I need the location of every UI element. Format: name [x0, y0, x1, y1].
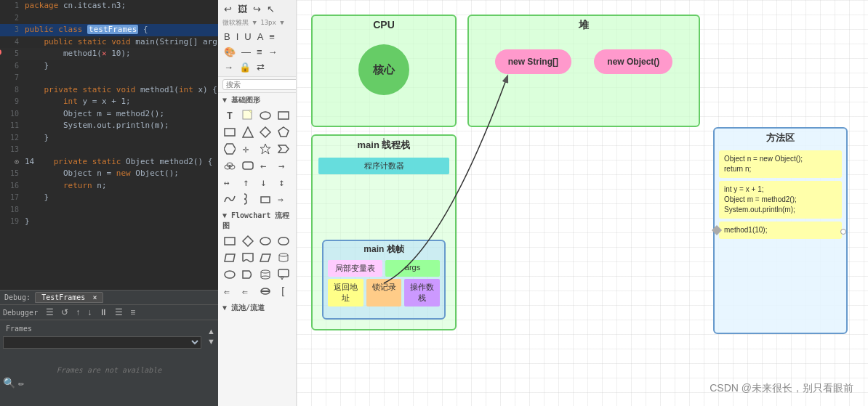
shape-curly[interactable] — [241, 192, 255, 206]
code-line-7: 7 — [0, 72, 218, 84]
svg-marker-5 — [243, 127, 253, 137]
shape-rect[interactable] — [276, 108, 291, 123]
shape-arrow-r2[interactable]: → — [276, 158, 291, 173]
debug-btn-4[interactable]: ↓ — [85, 306, 94, 318]
toolbar-bold[interactable]: B — [222, 31, 232, 43]
heap-label: 堆 — [469, 16, 699, 35]
toolbar-lock[interactable]: 🔒 — [238, 61, 252, 73]
side-icon-1[interactable]: 🔍 — [3, 377, 15, 389]
flowchart-grid: ⇐ ⇐ [ — [218, 232, 296, 301]
debug-tab-testframes[interactable]: TestFrames × — [35, 292, 103, 303]
cpu-core: 核心 — [358, 44, 409, 95]
debug-btn-5[interactable]: ⏸ — [97, 306, 110, 318]
fc-rect[interactable] — [222, 234, 237, 248]
fc-arrow2[interactable]: ⇐ — [222, 284, 237, 299]
toolbar-connector[interactable]: ≡ — [255, 46, 264, 58]
toolbar-undo[interactable]: ↩ — [222, 3, 233, 15]
shape-curved[interactable] — [222, 192, 237, 206]
cpu-box: CPU 核心 — [311, 15, 457, 127]
shape-triangle[interactable] — [241, 125, 255, 139]
fc-minus[interactable] — [258, 284, 273, 299]
frames-up-btn[interactable]: ▲ — [207, 327, 215, 336]
shape-arrow-ud[interactable]: ↕ — [276, 175, 291, 190]
fc-callout[interactable] — [276, 267, 291, 282]
fc-bracket[interactable]: [ — [276, 284, 291, 299]
fc-arrow3[interactable]: ⇐ — [241, 284, 255, 299]
shape-text[interactable]: T — [222, 108, 237, 123]
toolbar-share[interactable]: ⇄ — [255, 61, 266, 73]
frames-down-btn[interactable]: ▼ — [207, 337, 215, 346]
debug-btn-2[interactable]: ↺ — [59, 306, 71, 318]
svg-marker-11 — [278, 145, 289, 153]
svg-point-33 — [261, 276, 270, 279]
shape-hex[interactable] — [222, 142, 237, 156]
advance-label[interactable]: ▼ 流池/流道 — [218, 301, 296, 314]
fc-oval[interactable] — [222, 267, 237, 282]
shape-arrow-d[interactable]: ↓ — [258, 175, 273, 190]
fc-rounded[interactable] — [276, 234, 291, 248]
svg-text:→: → — [278, 160, 284, 171]
fc-drum[interactable] — [258, 267, 273, 282]
fc-manual[interactable] — [258, 251, 273, 265]
toolbar-fontcolor[interactable]: A — [256, 31, 265, 43]
shape-arrow-r3[interactable]: ⇒ — [276, 192, 291, 206]
svg-text:⇒: ⇒ — [278, 194, 284, 205]
shape-arrow-l[interactable]: ← — [258, 158, 273, 173]
svg-rect-15 — [243, 162, 253, 169]
toolbar-more[interactable]: → — [267, 46, 279, 58]
toolbar-italic[interactable]: I — [235, 31, 241, 43]
fc-db[interactable] — [276, 251, 291, 265]
fc-ellipse[interactable] — [258, 234, 273, 248]
toolbar-redo[interactable]: ↪ — [252, 3, 262, 15]
shape-arrow-u[interactable]: ↑ — [241, 175, 255, 190]
svg-rect-22 — [261, 197, 270, 203]
svg-text:↑: ↑ — [243, 176, 249, 188]
shape-ellipse[interactable] — [258, 108, 273, 123]
frames-dropdown[interactable] — [3, 336, 201, 349]
shape-cloud[interactable] — [222, 158, 237, 173]
basic-shapes-label[interactable]: ▼ 基础图形 — [218, 93, 296, 106]
search-input[interactable] — [222, 79, 297, 90]
fc-para[interactable] — [222, 251, 237, 265]
flowchart-label[interactable]: ▼ Flowchart 流程图 — [218, 208, 296, 232]
diamond-icon — [712, 225, 722, 235]
toolbar-arrow-r[interactable]: → — [222, 61, 235, 73]
debug-btn-1[interactable]: ☰ — [44, 306, 56, 318]
shape-cross[interactable]: ✛ — [241, 142, 255, 156]
toolbar-pointer[interactable]: ↖ — [265, 3, 276, 15]
watermark: CSDN @未来很长，别只看眼前 — [710, 382, 853, 395]
svg-rect-34 — [278, 269, 289, 277]
fc-diamond[interactable] — [241, 234, 255, 248]
svg-text:⇐: ⇐ — [242, 286, 248, 297]
method-card-3: method1(10); — [719, 222, 842, 239]
frames-label: Frames — [3, 323, 201, 334]
debug-btn-3[interactable]: ↑ — [73, 306, 82, 318]
frames-not-available: Frames are not available — [0, 366, 218, 374]
fc-doc[interactable] — [241, 251, 255, 265]
shape-post-it[interactable] — [241, 108, 255, 123]
toolbar-underline[interactable]: U — [243, 31, 252, 43]
toolbar-image[interactable]: 🖼 — [236, 3, 249, 15]
frames-nav: ▲ ▼ — [204, 325, 218, 347]
debug-btn-6[interactable]: ☰ — [113, 306, 125, 318]
shape-rect-r[interactable] — [241, 158, 255, 173]
shape-diamond[interactable] — [258, 125, 273, 139]
diagram-area[interactable]: CPU 核心 堆 new String[] new Object() main … — [297, 0, 868, 406]
shape-rect3[interactable] — [258, 192, 273, 206]
side-icon-2[interactable]: ✏️ — [18, 377, 24, 389]
debug-btn-7[interactable]: ≡ — [128, 306, 137, 318]
shape-arrow-lr[interactable]: ↔ — [222, 175, 237, 190]
code-line-16: 16 return n; — [0, 180, 218, 192]
shape-star[interactable] — [258, 142, 273, 156]
shape-rect2[interactable] — [222, 125, 237, 139]
shape-pentagon[interactable] — [276, 125, 291, 139]
toolbar-align[interactable]: ≡ — [268, 31, 276, 43]
toolbar-line[interactable]: — — [240, 46, 252, 58]
svg-point-26 — [260, 237, 270, 245]
shape-chevron[interactable] — [276, 142, 291, 156]
code-panel: 1 package cn.itcast.n3; 2 3 public class… — [0, 0, 218, 406]
svg-point-31 — [225, 271, 235, 278]
top-toolbar: ↩ 🖼 ↪ ↖ 微软雅黑 ▼ 13px ▼ B I U A ≡ 🎨 — ≡ → … — [218, 0, 296, 77]
toolbar-bg[interactable]: 🎨 — [222, 46, 237, 58]
fc-delay[interactable] — [241, 267, 255, 282]
